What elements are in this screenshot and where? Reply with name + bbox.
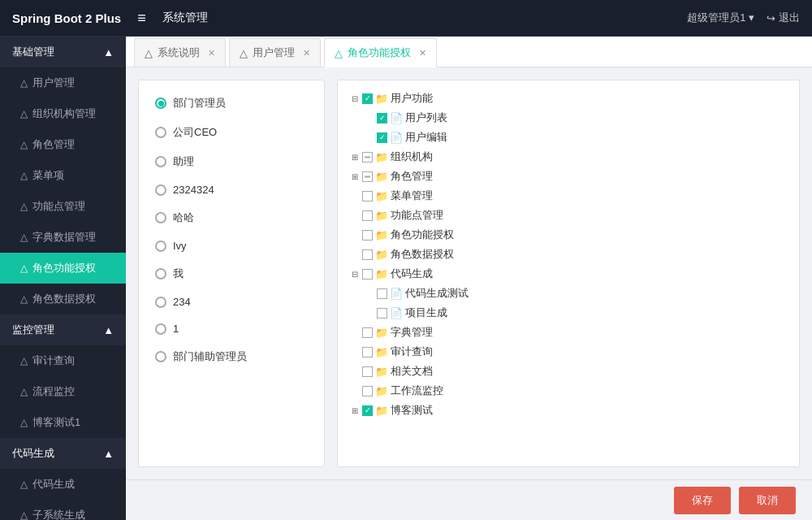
role-item-7[interactable]: 234 <box>139 288 324 315</box>
tab-user-mgmt[interactable]: △ 用户管理 ✕ <box>229 38 321 67</box>
expand-blog[interactable]: ⊞ <box>350 405 360 415</box>
tab-user-mgmt-icon: △ <box>240 47 248 59</box>
radio-me[interactable] <box>155 268 166 280</box>
folder-org: 📁 <box>375 151 388 163</box>
tree-node-docs: 📁 相关文档 <box>350 362 787 381</box>
cb-blog[interactable]: ✓ <box>362 405 373 416</box>
role-item-6[interactable]: 我 <box>139 259 324 288</box>
cb-role-data[interactable] <box>362 249 373 260</box>
expand-org[interactable]: ⊞ <box>350 152 360 162</box>
org-mgmt-icon: △ <box>20 108 28 119</box>
radio-dept-admin[interactable] <box>155 98 166 109</box>
role-item-4[interactable]: 哈哈 <box>139 203 324 232</box>
dict-mgmt-icon: △ <box>20 232 28 243</box>
sidebar-item-role-data[interactable]: △ 角色数据授权 <box>0 284 126 314</box>
expand-role[interactable]: ⊞ <box>350 171 360 181</box>
sidebar-item-subsys-gen[interactable]: △ 子系统生成 <box>0 500 126 520</box>
menu-icon: △ <box>20 170 28 181</box>
folder-codegen: 📁 <box>375 268 388 280</box>
cb-menu[interactable] <box>362 191 373 202</box>
sidebar-item-user-mgmt[interactable]: △ 用户管理 <box>0 67 126 98</box>
cb-codegen[interactable] <box>362 269 373 280</box>
folder-user-edit: 📄 <box>390 132 403 144</box>
radio-2324324[interactable] <box>155 184 166 196</box>
sidebar-item-menu[interactable]: △ 菜单项 <box>0 160 126 191</box>
logout-icon: ↪ <box>767 12 775 24</box>
radio-ivy[interactable] <box>155 240 166 252</box>
sidebar-item-workflow[interactable]: △ 流程监控 <box>0 376 126 407</box>
tree-children-user-func: ✓ 📄 用户列表 ✓ 📄 用户编辑 <box>350 108 787 147</box>
expand-codegen[interactable]: ⊟ <box>350 269 360 279</box>
radio-234[interactable] <box>155 297 166 308</box>
role-item-8[interactable]: 1 <box>139 315 324 342</box>
save-button[interactable]: 保存 <box>674 487 731 514</box>
cb-org[interactable] <box>362 152 373 162</box>
tab-role-perm-close[interactable]: ✕ <box>419 48 426 58</box>
expand-user-func[interactable]: ⊟ <box>350 93 360 103</box>
sidebar-item-role-mgmt[interactable]: △ 角色管理 <box>0 129 126 160</box>
cancel-button[interactable]: 取消 <box>739 487 796 514</box>
role-item-5[interactable]: Ivy <box>139 232 324 259</box>
tab-system-intro[interactable]: △ 系统说明 ✕ <box>134 38 226 67</box>
cb-user-list[interactable]: ✓ <box>377 113 387 124</box>
tab-user-mgmt-close[interactable]: ✕ <box>303 48 310 58</box>
tree-node-codegen-test: 📄 代码生成测试 <box>365 284 787 303</box>
sidebar-item-func-mgmt[interactable]: △ 功能点管理 <box>0 191 126 222</box>
cb-user-func[interactable]: ✓ <box>362 93 373 104</box>
menu-toggle-icon[interactable]: ≡ <box>137 10 146 27</box>
radio-1[interactable] <box>155 323 166 335</box>
tree-node-codegen: ⊟ 📁 代码生成 <box>350 264 787 284</box>
cb-project-gen[interactable] <box>377 308 387 318</box>
role-item-2[interactable]: 助理 <box>139 147 324 176</box>
app-logo: Spring Boot 2 Plus <box>12 11 121 25</box>
folder-role-data: 📁 <box>375 249 388 261</box>
func-mgmt-icon: △ <box>20 201 28 212</box>
tab-role-perm[interactable]: △ 角色功能授权 ✕ <box>324 38 437 67</box>
tree-node-role-perm: 📁 角色功能授权 <box>350 225 787 245</box>
cb-workflow[interactable] <box>362 386 373 396</box>
cb-role[interactable] <box>362 171 373 182</box>
cb-codegen-test[interactable] <box>377 288 387 299</box>
folder-codegen-test: 📄 <box>390 288 403 300</box>
sidebar-item-blog[interactable]: △ 博客测试1 <box>0 407 126 438</box>
logout-button[interactable]: ↪ 退出 <box>767 11 800 25</box>
sidebar: 基础管理 ▲ △ 用户管理 △ 组织机构管理 △ 角色管理 △ 菜单项 △ 功能… <box>0 37 126 520</box>
header-title: 系统管理 <box>162 11 208 25</box>
role-item-1[interactable]: 公司CEO <box>139 118 324 147</box>
bottom-bar: 保存 取消 <box>126 479 812 520</box>
role-item-0[interactable]: 部门管理员 <box>139 89 324 118</box>
sidebar-group-basics-arrow: ▲ <box>103 46 114 58</box>
tree-node-user-edit: ✓ 📄 用户编辑 <box>365 128 787 147</box>
radio-haha[interactable] <box>155 212 166 223</box>
cb-audit[interactable] <box>362 347 373 358</box>
tree-node-user-list: ✓ 📄 用户列表 <box>365 108 787 128</box>
radio-assistant[interactable] <box>155 156 166 167</box>
content: △ 系统说明 ✕ △ 用户管理 ✕ △ 角色功能授权 ✕ 部门管理员 <box>126 37 812 520</box>
cb-funcpoint[interactable] <box>362 210 373 221</box>
folder-audit: 📁 <box>375 346 388 358</box>
sidebar-item-role-perm[interactable]: △ 角色功能授权 <box>0 253 126 284</box>
sidebar-item-dict-mgmt[interactable]: △ 字典数据管理 <box>0 222 126 253</box>
cb-user-edit[interactable]: ✓ <box>377 132 387 143</box>
sidebar-group-monitor[interactable]: 监控管理 ▲ <box>0 314 126 345</box>
sidebar-item-org-mgmt[interactable]: △ 组织机构管理 <box>0 98 126 129</box>
radio-company-ceo[interactable] <box>155 127 166 138</box>
user-mgmt-icon: △ <box>20 77 28 89</box>
sidebar-group-basics[interactable]: 基础管理 ▲ <box>0 37 126 67</box>
subsys-gen-icon: △ <box>20 509 28 520</box>
tab-system-intro-close[interactable]: ✕ <box>208 48 215 58</box>
radio-dept-assist[interactable] <box>155 351 166 362</box>
folder-menu: 📁 <box>375 190 388 202</box>
sidebar-item-codegen[interactable]: △ 代码生成 <box>0 469 126 500</box>
sidebar-group-codegen[interactable]: 代码生成 ▲ <box>0 438 126 469</box>
cb-dict[interactable] <box>362 327 373 338</box>
role-item-3[interactable]: 2324324 <box>139 176 324 203</box>
tab-bar: △ 系统说明 ✕ △ 用户管理 ✕ △ 角色功能授权 ✕ <box>126 37 812 67</box>
sidebar-item-audit[interactable]: △ 审计查询 <box>0 345 126 376</box>
user-menu[interactable]: 超级管理员1 ▾ <box>687 11 754 25</box>
codegen-icon: △ <box>20 479 28 490</box>
role-list: 部门管理员 公司CEO 助理 2324324 哈哈 <box>138 80 325 467</box>
cb-docs[interactable] <box>362 366 373 377</box>
role-item-9[interactable]: 部门辅助管理员 <box>139 342 324 371</box>
cb-role-perm[interactable] <box>362 230 373 240</box>
